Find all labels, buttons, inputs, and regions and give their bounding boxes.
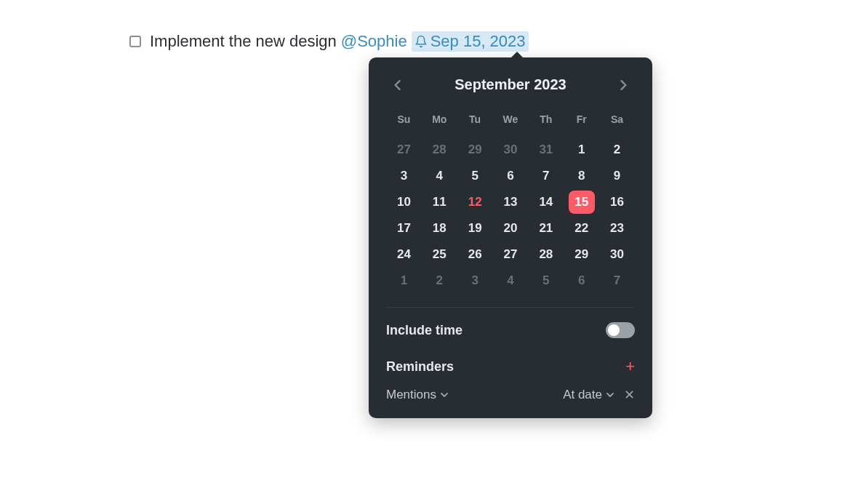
calendar-day[interactable]: 26 bbox=[457, 241, 493, 268]
calendar-day[interactable]: 25 bbox=[422, 241, 457, 268]
weekday: Sa bbox=[599, 109, 635, 129]
calendar-day[interactable]: 4 bbox=[493, 268, 529, 294]
calendar-day[interactable]: 3 bbox=[457, 268, 493, 294]
calendar-day[interactable]: 19 bbox=[457, 215, 493, 241]
week-row: 17181920212223 bbox=[386, 215, 635, 241]
calendar-day[interactable]: 12 bbox=[457, 189, 493, 215]
calendar-day[interactable]: 5 bbox=[528, 268, 564, 294]
reminder-entry: Mentions At date ✕ bbox=[386, 388, 635, 402]
include-time-row: Include time bbox=[386, 322, 635, 338]
task-date-chip[interactable]: Sep 15, 2023 bbox=[412, 31, 529, 52]
calendar-day[interactable]: 27 bbox=[386, 137, 422, 163]
calendar-day[interactable]: 24 bbox=[386, 241, 422, 268]
reminders-header-row: Reminders + bbox=[386, 359, 635, 375]
calendar-day[interactable]: 28 bbox=[422, 137, 457, 163]
reminder-when-value: At date bbox=[563, 388, 602, 402]
chevron-down-icon bbox=[606, 392, 614, 398]
reminder-type-value: Mentions bbox=[386, 388, 436, 402]
calendar-day[interactable]: 2 bbox=[599, 137, 635, 163]
remove-reminder-button[interactable]: ✕ bbox=[624, 388, 635, 401]
calendar-title: September 2023 bbox=[454, 76, 566, 93]
calendar-day[interactable]: 6 bbox=[564, 268, 599, 294]
task-line: Implement the new design @Sophie Sep 15,… bbox=[129, 31, 529, 52]
weekday: Su bbox=[386, 109, 422, 129]
chevron-down-icon bbox=[441, 392, 448, 398]
weekday: Tu bbox=[457, 109, 493, 129]
calendar-day[interactable]: 4 bbox=[422, 163, 457, 189]
include-time-toggle[interactable] bbox=[606, 322, 635, 338]
task-mention[interactable]: @Sophie bbox=[341, 32, 407, 51]
task-checkbox[interactable] bbox=[129, 36, 141, 47]
add-reminder-button[interactable]: + bbox=[625, 359, 635, 375]
calendar-day[interactable]: 27 bbox=[493, 241, 529, 268]
weekday-row: Su Mo Tu We Th Fr Sa bbox=[386, 109, 635, 129]
include-time-label: Include time bbox=[386, 323, 462, 338]
weekday: Fr bbox=[564, 109, 599, 129]
next-month-button[interactable] bbox=[616, 77, 632, 93]
reminder-when-select[interactable]: At date bbox=[563, 388, 614, 402]
calendar-day[interactable]: 18 bbox=[422, 215, 457, 241]
calendar-day[interactable]: 8 bbox=[564, 163, 599, 189]
calendar-day[interactable]: 2 bbox=[422, 268, 457, 294]
calendar-day[interactable]: 14 bbox=[528, 189, 564, 215]
task-date-label: Sep 15, 2023 bbox=[430, 32, 526, 51]
date-picker-popover: September 2023 Su Mo Tu We Th Fr Sa 2728… bbox=[369, 57, 652, 418]
bell-icon bbox=[415, 35, 428, 48]
calendar-day[interactable]: 1 bbox=[386, 268, 422, 294]
calendar-day[interactable]: 29 bbox=[564, 241, 599, 268]
calendar-day[interactable]: 7 bbox=[599, 268, 635, 294]
task-text: Implement the new design bbox=[150, 32, 337, 51]
calendar-day[interactable]: 7 bbox=[528, 163, 564, 189]
calendar-day[interactable]: 23 bbox=[599, 215, 635, 241]
week-row: 272829303112 bbox=[386, 137, 635, 163]
calendar-day[interactable]: 30 bbox=[599, 241, 635, 268]
reminder-type-select[interactable]: Mentions bbox=[386, 388, 448, 402]
calendar-header: September 2023 bbox=[386, 72, 635, 93]
calendar-day[interactable]: 11 bbox=[422, 189, 457, 215]
calendar-day[interactable]: 21 bbox=[528, 215, 564, 241]
calendar-day[interactable]: 13 bbox=[493, 189, 529, 215]
weekday: Mo bbox=[422, 109, 457, 129]
week-row: 1234567 bbox=[386, 268, 635, 294]
week-row: 10111213141516 bbox=[386, 189, 635, 215]
calendar-grid: 2728293031123456789101112131415161718192… bbox=[386, 137, 635, 294]
week-row: 24252627282930 bbox=[386, 241, 635, 268]
week-row: 3456789 bbox=[386, 163, 635, 189]
calendar-day[interactable]: 28 bbox=[528, 241, 564, 268]
calendar-day[interactable]: 15 bbox=[564, 189, 599, 215]
calendar-day[interactable]: 10 bbox=[386, 189, 422, 215]
prev-month-button[interactable] bbox=[389, 77, 405, 93]
calendar-day[interactable]: 20 bbox=[493, 215, 529, 241]
calendar-day[interactable]: 1 bbox=[564, 137, 599, 163]
calendar-day[interactable]: 31 bbox=[528, 137, 564, 163]
weekday: We bbox=[493, 109, 529, 129]
calendar-day[interactable]: 5 bbox=[457, 163, 493, 189]
calendar-day[interactable]: 17 bbox=[386, 215, 422, 241]
calendar-day[interactable]: 16 bbox=[599, 189, 635, 215]
calendar-day[interactable]: 6 bbox=[493, 163, 529, 189]
calendar-day[interactable]: 3 bbox=[386, 163, 422, 189]
calendar-day[interactable]: 30 bbox=[493, 137, 529, 163]
calendar-day[interactable]: 29 bbox=[457, 137, 493, 163]
weekday: Th bbox=[528, 109, 564, 129]
options-section: Include time Reminders + Mentions At dat… bbox=[386, 307, 635, 402]
calendar-day[interactable]: 9 bbox=[599, 163, 635, 189]
reminders-label: Reminders bbox=[386, 359, 454, 375]
calendar-day[interactable]: 22 bbox=[564, 215, 599, 241]
